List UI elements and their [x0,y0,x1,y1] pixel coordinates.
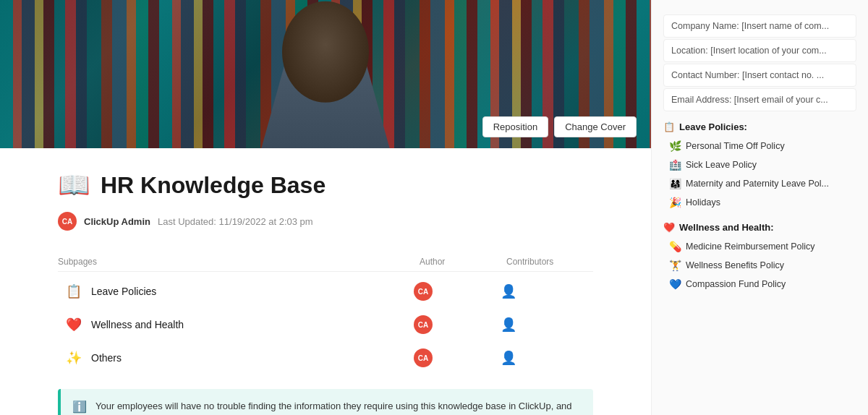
person-icon-3: 👤 [501,350,516,366]
leave-author-avatar: CA [414,282,433,301]
holidays-label: Holidays [686,197,720,208]
others-contributors: 👤 [501,350,587,366]
sidebar-item-personal-time-off[interactable]: 🌿 Personal Time Off Policy [663,137,856,155]
wellness-contributors: 👤 [501,317,587,333]
subpage-name-leave: 📋 Leave Policies [64,283,414,299]
maternity-leave-icon: 👨‍👩‍👧 [669,178,681,189]
leave-policies-section-title: Leave Policies: [679,121,747,132]
person-icon-2: 👤 [501,317,516,333]
others-icon: ✨ [64,350,84,366]
leave-policies-section-header: 📋 Leave Policies: [663,121,856,132]
page-emoji: 📖 [58,170,90,200]
person-icon: 👤 [501,283,516,299]
page-content: 📖 HR Knowledge Base CA ClickUp Admin Las… [0,148,651,415]
sidebar-item-compassion-fund[interactable]: 💙 Compassion Fund Policy [663,275,856,294]
email-field[interactable]: Email Address: [Insert email of your c..… [663,88,856,111]
sidebar: Company Name: [Insert name of com... Loc… [651,0,868,415]
sick-leave-icon: 🏥 [669,159,681,171]
table-row[interactable]: ✨ Others CA 👤 [58,341,593,375]
subpage-name-others: ✨ Others [64,350,414,366]
info-box: ℹ️ Your employees will have no trouble f… [58,389,593,415]
wellness-benefits-icon: 🏋️ [669,260,681,271]
leave-contributors: 👤 [501,283,587,299]
author-avatar: CA [58,212,77,231]
location-field[interactable]: Location: [Insert location of your com..… [663,39,856,62]
sidebar-item-wellness-benefits[interactable]: 🏋️ Wellness Benefits Policy [663,256,856,275]
page-title: HR Knowledge Base [101,172,326,199]
info-icon: ℹ️ [72,400,87,414]
author-name: ClickUp Admin [84,216,150,227]
page-meta: CA ClickUp Admin Last Updated: 11/19/202… [58,212,593,231]
leave-policies-section-icon: 📋 [663,121,675,132]
wellness-benefits-label: Wellness Benefits Policy [686,260,784,270]
table-row[interactable]: ❤️ Wellness and Health CA 👤 [58,308,593,341]
reposition-button[interactable]: Reposition [482,116,548,137]
author-col-header: Author [420,257,506,267]
personal-time-off-icon: 🌿 [669,140,681,152]
wellness-icon: ❤️ [64,317,84,333]
wellness-author-avatar: CA [414,315,433,334]
maternity-leave-label: Maternity and Paternity Leave Pol... [686,179,829,189]
wellness-author: CA [414,315,501,334]
sidebar-item-maternity[interactable]: 👨‍👩‍👧 Maternity and Paternity Leave Pol.… [663,174,856,193]
medicine-label: Medicine Reimbursement Policy [686,241,815,252]
sidebar-item-medicine[interactable]: 💊 Medicine Reimbursement Policy [663,237,856,256]
wellness-section-title: Wellness and Health: [679,222,774,233]
subpage-name-wellness: ❤️ Wellness and Health [64,317,414,333]
wellness-section-icon: ❤️ [663,222,675,233]
leave-policies-icon: 📋 [64,283,84,299]
table-row[interactable]: 📋 Leave Policies CA 👤 [58,275,593,308]
subpages-header: Subpages Author Contributors [58,252,593,272]
leave-author: CA [414,282,501,301]
cover-buttons: Reposition Change Cover [482,116,637,137]
sidebar-item-sick-leave[interactable]: 🏥 Sick Leave Policy [663,155,856,174]
company-name-field[interactable]: Company Name: [Insert name of com... [663,14,856,38]
wellness-section-header: ❤️ Wellness and Health: [663,222,856,233]
last-updated: Last Updated: 11/19/2022 at 2:03 pm [158,216,313,227]
medicine-icon: 💊 [669,241,681,252]
sick-leave-label: Sick Leave Policy [686,160,757,170]
change-cover-button[interactable]: Change Cover [554,116,637,137]
personal-time-off-label: Personal Time Off Policy [686,141,785,151]
info-text: Your employees will have no trouble find… [95,399,582,415]
compassion-fund-label: Compassion Fund Policy [686,279,786,289]
others-author-avatar: CA [414,348,433,367]
page-title-row: 📖 HR Knowledge Base [58,170,593,200]
contributors-col-header: Contributors [506,257,593,267]
subpages-col-header: Subpages [58,257,420,267]
others-author: CA [414,348,501,367]
contact-number-field[interactable]: Contact Number: [Insert contact no. ... [663,64,856,87]
compassion-fund-icon: 💙 [669,278,681,290]
sidebar-item-holidays[interactable]: 🎉 Holidays [663,193,856,212]
cover-image: Reposition Change Cover [0,0,651,148]
holidays-icon: 🎉 [669,197,681,208]
